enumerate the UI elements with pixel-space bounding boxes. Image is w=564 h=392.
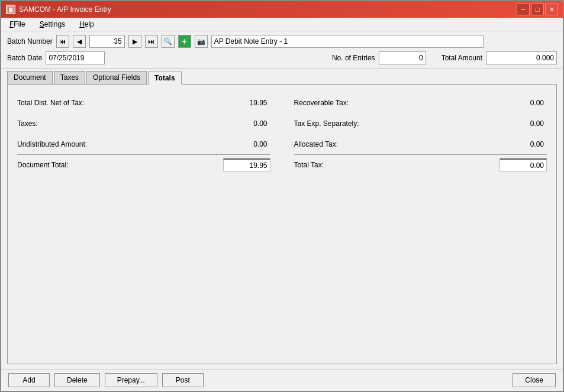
batch-date-input[interactable] bbox=[46, 51, 105, 64]
tax-exp-row: Tax Exp. Separately: 0.00 bbox=[294, 114, 547, 134]
undistributed-value: 0.00 bbox=[223, 138, 270, 151]
tab-totals[interactable]: Totals bbox=[148, 72, 181, 85]
total-tax-row: Total Tax: 0.00 bbox=[294, 155, 547, 176]
tab-optional-fields[interactable]: Optional Fields bbox=[86, 71, 147, 84]
close-window-button[interactable]: ✕ bbox=[545, 4, 558, 15]
menu-help[interactable]: Help bbox=[76, 19, 98, 30]
total-dist-row: Total Dist. Net of Tax: 19.95 bbox=[17, 93, 270, 114]
document-total-label: Document Total: bbox=[17, 161, 69, 169]
entries-input[interactable] bbox=[379, 51, 426, 64]
app-icon: 📋 bbox=[6, 5, 15, 14]
tax-exp-value: 0.00 bbox=[499, 117, 547, 130]
document-total-row: Document Total: 19.95 bbox=[17, 155, 270, 176]
next-record-button[interactable]: ▶ bbox=[128, 35, 141, 48]
camera-button[interactable]: 📷 bbox=[195, 35, 208, 48]
totals-content: Total Dist. Net of Tax: 19.95 Taxes: 0.0… bbox=[7, 84, 557, 364]
totals-left-column: Total Dist. Net of Tax: 19.95 Taxes: 0.0… bbox=[17, 93, 270, 176]
batch-date-label: Batch Date bbox=[7, 54, 42, 62]
document-total-value: 19.95 bbox=[223, 158, 270, 171]
batch-number-input[interactable] bbox=[89, 35, 125, 48]
maximize-button[interactable]: □ bbox=[531, 4, 544, 15]
menu-bar: FFile Settings Help bbox=[1, 18, 563, 31]
first-record-button[interactable]: ⏮ bbox=[56, 35, 69, 48]
totals-right-column: Recoverable Tax: 0.00 Tax Exp. Separatel… bbox=[294, 93, 547, 176]
menu-file[interactable]: FFile bbox=[6, 19, 29, 30]
add-record-button[interactable]: + bbox=[178, 35, 191, 48]
taxes-label: Taxes: bbox=[17, 119, 38, 128]
prepay-button[interactable]: Prepay... bbox=[105, 373, 157, 387]
taxes-row: Taxes: 0.00 bbox=[17, 114, 270, 134]
bottom-bar: Add Delete Prepay... Post Close bbox=[1, 369, 563, 391]
add-button[interactable]: Add bbox=[8, 373, 50, 387]
last-record-button[interactable]: ⏭ bbox=[145, 35, 158, 48]
post-button[interactable]: Post bbox=[162, 373, 204, 387]
total-dist-label: Total Dist. Net of Tax: bbox=[17, 99, 84, 107]
zoom-button[interactable]: 🔍 bbox=[162, 35, 175, 48]
total-tax-label: Total Tax: bbox=[294, 161, 324, 169]
window-title: SAMCOM - A/P Invoice Entry bbox=[19, 5, 111, 14]
tab-taxes[interactable]: Taxes bbox=[54, 71, 85, 84]
recoverable-tax-row: Recoverable Tax: 0.00 bbox=[294, 93, 547, 114]
total-amount-label: Total Amount bbox=[441, 54, 482, 62]
window-controls: ─ □ ✕ bbox=[517, 4, 558, 15]
minimize-button[interactable]: ─ bbox=[517, 4, 530, 15]
tabs-area: Document Taxes Optional Fields Totals bbox=[1, 69, 563, 84]
description-input[interactable] bbox=[211, 35, 484, 48]
undistributed-row: Undistributed Amount: 0.00 bbox=[17, 134, 270, 155]
allocated-tax-row: Allocated Tax: 0.00 bbox=[294, 134, 547, 155]
total-tax-value: 0.00 bbox=[499, 158, 547, 171]
allocated-tax-label: Allocated Tax: bbox=[294, 140, 339, 148]
batch-number-label: Batch Number bbox=[7, 37, 53, 46]
recoverable-tax-label: Recoverable Tax: bbox=[294, 99, 349, 107]
total-dist-value: 19.95 bbox=[223, 96, 270, 109]
tax-exp-label: Tax Exp. Separately: bbox=[294, 119, 359, 128]
total-amount-input[interactable] bbox=[486, 51, 557, 64]
close-button[interactable]: Close bbox=[513, 373, 556, 387]
menu-settings[interactable]: Settings bbox=[36, 19, 69, 30]
undistributed-label: Undistributed Amount: bbox=[17, 140, 87, 148]
prev-record-button[interactable]: ◀ bbox=[73, 35, 86, 48]
tab-document[interactable]: Document bbox=[7, 71, 53, 84]
toolbar: Batch Number ⏮ ◀ ▶ ⏭ 🔍 + 📷 Batch Date No… bbox=[1, 31, 563, 69]
no-entries-label: No. of Entries bbox=[332, 54, 375, 62]
delete-button[interactable]: Delete bbox=[54, 373, 100, 387]
taxes-value: 0.00 bbox=[223, 117, 270, 130]
allocated-tax-value: 0.00 bbox=[499, 138, 547, 151]
recoverable-tax-value: 0.00 bbox=[499, 96, 547, 109]
title-bar: 📋 SAMCOM - A/P Invoice Entry ─ □ ✕ bbox=[1, 1, 563, 18]
